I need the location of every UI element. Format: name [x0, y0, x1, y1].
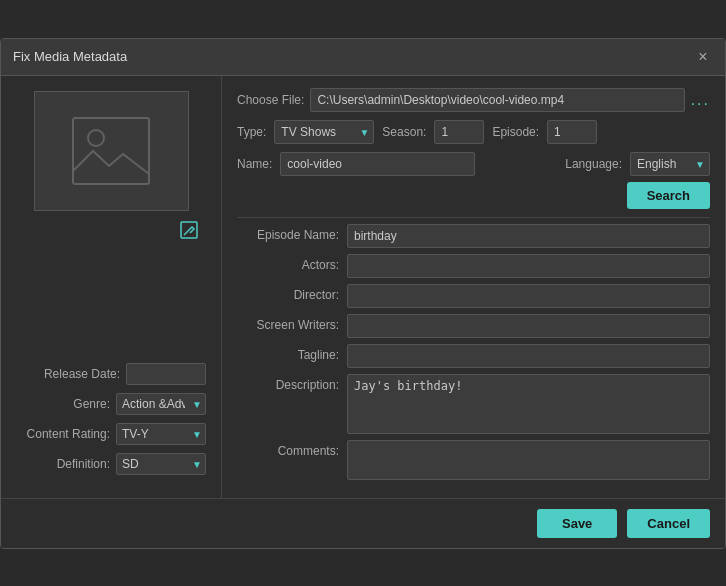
episode-label: Episode:	[492, 125, 539, 139]
tagline-input[interactable]	[347, 344, 710, 368]
name-input[interactable]	[280, 152, 475, 176]
type-select[interactable]: TV Shows Movies Music	[274, 120, 374, 144]
svg-rect-0	[73, 118, 149, 184]
right-panel: Choose File: ... Type: TV Shows Movies M…	[221, 76, 725, 498]
description-textarea[interactable]: Jay's birthday!	[347, 374, 710, 434]
actors-input[interactable]	[347, 254, 710, 278]
type-label: Type:	[237, 125, 266, 139]
comments-textarea[interactable]	[347, 440, 710, 480]
language-label: Language:	[565, 157, 622, 171]
release-date-input[interactable]	[126, 363, 206, 385]
thumbnail	[34, 91, 189, 211]
definition-select[interactable]: SD HD 4K	[116, 453, 206, 475]
content-rating-row: Content Rating: TV-Y TV-G TV-PG TV-14 TV…	[16, 423, 206, 445]
genre-select-wrapper: Action &Adv Comedy Drama Horror ▼	[116, 393, 206, 415]
actors-row: Actors:	[237, 254, 710, 278]
file-label: Choose File:	[237, 93, 304, 107]
svg-line-3	[184, 231, 188, 235]
search-button[interactable]: Search	[627, 182, 710, 209]
cancel-button[interactable]: Cancel	[627, 509, 710, 538]
director-row: Director:	[237, 284, 710, 308]
type-season-episode-row: Type: TV Shows Movies Music ▼ Season: Ep…	[237, 120, 710, 144]
actors-label: Actors:	[237, 254, 347, 272]
genre-label: Genre:	[73, 397, 110, 411]
dialog-footer: Save Cancel	[1, 498, 725, 548]
genre-row: Genre: Action &Adv Comedy Drama Horror ▼	[16, 393, 206, 415]
file-input[interactable]	[310, 88, 684, 112]
type-select-wrapper: TV Shows Movies Music ▼	[274, 120, 374, 144]
screen-writers-row: Screen Writers:	[237, 314, 710, 338]
definition-select-wrapper: SD HD 4K ▼	[116, 453, 206, 475]
definition-label: Definition:	[57, 457, 110, 471]
episode-name-input[interactable]	[347, 224, 710, 248]
description-label: Description:	[237, 374, 347, 392]
season-input[interactable]	[434, 120, 484, 144]
director-input[interactable]	[347, 284, 710, 308]
save-button[interactable]: Save	[537, 509, 617, 538]
definition-row: Definition: SD HD 4K ▼	[16, 453, 206, 475]
left-panel: Release Date: Genre: Action &Adv Comedy …	[1, 76, 221, 498]
comments-row: Comments:	[237, 440, 710, 480]
description-row: Description: Jay's birthday!	[237, 374, 710, 434]
choose-file-row: Choose File: ...	[237, 88, 710, 112]
content-rating-label: Content Rating:	[27, 427, 110, 441]
left-fields: Release Date: Genre: Action &Adv Comedy …	[16, 353, 206, 483]
fix-media-metadata-dialog: Fix Media Metadata ×	[0, 38, 726, 549]
tagline-row: Tagline:	[237, 344, 710, 368]
svg-point-1	[88, 130, 104, 146]
content-rating-select-wrapper: TV-Y TV-G TV-PG TV-14 TV-MA ▼	[116, 423, 206, 445]
title-bar: Fix Media Metadata ×	[1, 39, 725, 76]
director-label: Director:	[237, 284, 347, 302]
season-label: Season:	[382, 125, 426, 139]
close-button[interactable]: ×	[693, 47, 713, 67]
language-select[interactable]: English French Spanish German	[630, 152, 710, 176]
dialog-content: Release Date: Genre: Action &Adv Comedy …	[1, 76, 725, 498]
release-date-row: Release Date:	[16, 363, 206, 385]
content-rating-select[interactable]: TV-Y TV-G TV-PG TV-14 TV-MA	[116, 423, 206, 445]
divider	[237, 217, 710, 218]
episode-name-label: Episode Name:	[237, 224, 347, 242]
release-date-label: Release Date:	[44, 367, 120, 381]
episode-input[interactable]	[547, 120, 597, 144]
comments-label: Comments:	[237, 440, 347, 458]
episode-name-row: Episode Name:	[237, 224, 710, 248]
name-language-row: Name: Language: English French Spanish G…	[237, 152, 710, 176]
language-select-wrapper: English French Spanish German ▼	[630, 152, 710, 176]
screen-writers-input[interactable]	[347, 314, 710, 338]
name-label: Name:	[237, 157, 272, 171]
file-browse-button[interactable]: ...	[691, 91, 710, 109]
dialog-title: Fix Media Metadata	[13, 49, 127, 64]
tagline-label: Tagline:	[237, 344, 347, 362]
screen-writers-label: Screen Writers:	[237, 314, 347, 332]
genre-select[interactable]: Action &Adv Comedy Drama Horror	[116, 393, 206, 415]
edit-icon[interactable]	[180, 221, 198, 243]
